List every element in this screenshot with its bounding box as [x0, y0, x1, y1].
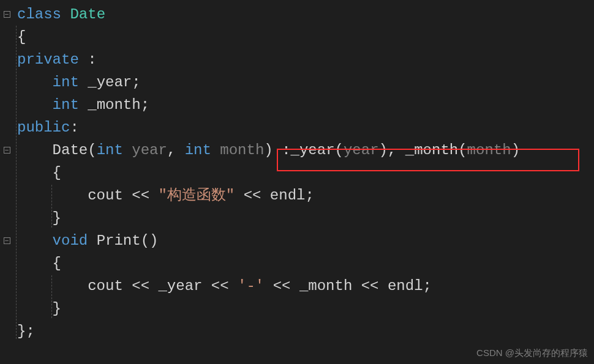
- code-line[interactable]: private :: [0, 48, 594, 71]
- keyword-class: class: [17, 6, 61, 23]
- code-line[interactable]: cout << _year << '-' << _month << endl;: [0, 275, 594, 297]
- code-line[interactable]: − void Print(): [0, 229, 594, 252]
- code-line[interactable]: {: [0, 162, 594, 184]
- code-editor[interactable]: − class Date { private : int _year; int …: [0, 0, 594, 346]
- keyword-public: public: [17, 119, 70, 136]
- keyword-int: int: [53, 97, 79, 113]
- code-line[interactable]: cout << "构造函数" << endl;: [0, 184, 594, 207]
- indent-guide-3: [51, 275, 52, 318]
- type-name: Date: [70, 6, 105, 23]
- indent-guide-2: [51, 185, 52, 228]
- param-year: year: [132, 142, 167, 158]
- param-month: month: [220, 142, 264, 158]
- code-line[interactable]: }: [0, 297, 594, 320]
- fold-minus-icon[interactable]: −: [4, 11, 10, 18]
- code-line[interactable]: {: [0, 26, 594, 48]
- constructor-name: Date: [53, 142, 88, 158]
- brace: {: [17, 29, 26, 45]
- code-line[interactable]: {: [0, 252, 594, 275]
- watermark: CSDN @头发尚存的程序猿: [476, 347, 588, 359]
- keyword-int: int: [53, 74, 79, 91]
- code-line[interactable]: − class Date: [0, 3, 594, 26]
- indent-guide: [16, 26, 17, 339]
- brace: }: [53, 210, 61, 226]
- brace: {: [53, 255, 61, 272]
- function-name: Print: [97, 232, 141, 249]
- code-line[interactable]: − Date(int year, int month) :_year(year)…: [0, 139, 594, 162]
- keyword-void: void: [53, 232, 88, 249]
- keyword-private: private: [17, 51, 79, 68]
- brace: }: [53, 300, 61, 317]
- field-year: _year: [88, 74, 132, 91]
- brace: {: [53, 165, 61, 181]
- cout: cout: [88, 278, 123, 294]
- code-line[interactable]: int _year;: [0, 71, 594, 94]
- code-line[interactable]: }: [0, 207, 594, 229]
- code-line[interactable]: };: [0, 320, 594, 343]
- brace-close: };: [17, 323, 35, 340]
- code-line[interactable]: public:: [0, 116, 594, 139]
- fold-minus-icon[interactable]: −: [4, 147, 10, 154]
- code-line[interactable]: int _month;: [0, 94, 594, 116]
- field-month: _month: [88, 97, 140, 113]
- cout: cout: [88, 187, 123, 204]
- string-literal: "构造函数": [158, 187, 235, 204]
- fold-minus-icon[interactable]: −: [4, 237, 10, 244]
- char-literal: '-': [238, 278, 264, 294]
